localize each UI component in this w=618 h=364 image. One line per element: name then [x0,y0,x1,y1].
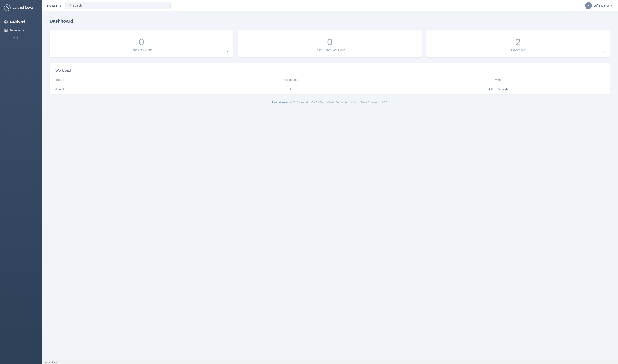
col-header-queue: QUEUE [50,77,195,84]
user-menu[interactable]: JK Jeff Kreitner ▾ [585,2,612,9]
sidebar-item-dashboard[interactable]: Dashboard [0,17,41,26]
workload-table: QUEUE PROCESSES WAIT default 2 A Few Sec… [50,76,610,95]
svg-rect-1 [5,29,6,30]
workload-section: Workload QUEUE PROCESSES WAIT default 2 … [50,64,610,95]
status-url: localhost/nova [44,361,58,363]
search-bar [65,2,171,9]
cell-wait: A Few Seconds [387,84,610,95]
logo-icon [4,4,11,11]
avatar: JK [585,2,592,9]
app-name: Laravel Nova [13,6,33,10]
search-input[interactable] [73,4,168,7]
sidebar-nav: Dashboard Resources Users [0,15,41,43]
metric-value-jobs: 0 [139,37,144,47]
workload-title: Workload [50,64,610,76]
statusbar: localhost/nova [41,360,618,364]
dashboard-label: Dashboard [10,20,25,23]
cell-queue: default [50,84,195,95]
svg-rect-4 [6,30,7,31]
svg-point-5 [68,4,71,6]
resources-icon [4,28,8,32]
metric-label-jobs: Jobs Past Hour [131,48,152,52]
chevron-down-icon: ▾ [611,4,612,7]
home-icon [4,20,8,24]
sidebar-item-users[interactable]: Users [0,34,41,41]
svg-rect-2 [6,29,7,30]
user-name: Jeff Kreitner [594,4,609,7]
metric-value-failed: 0 [327,37,332,47]
main: Nova Site JK Jeff Kreitner ▾ Dashboard 0… [41,0,618,364]
topbar: Nova Site JK Jeff Kreitner ▾ [41,0,618,11]
svg-rect-3 [5,30,6,31]
col-header-processes: PROCESSES [195,77,387,84]
metric-card-jobs-past-hour: 0 Jobs Past Hour ✓ [50,30,233,57]
metric-card-failed-jobs: 0 Failed Jobs Past Hour ✓ [238,30,421,57]
sidebar-logo[interactable]: Laravel Nova [0,0,41,15]
cell-processes: 2 [195,84,387,95]
resources-label: Resources [10,29,24,32]
footer-copyright: © 2018 Laravel LLC - By Taylor Otwell, D… [290,101,378,104]
footer-separator-2: · [379,101,380,104]
metric-label-failed: Failed Jobs Past Hour [315,48,345,52]
check-icon-failed: ✓ [414,50,417,54]
search-icon [68,4,71,8]
site-name: Nova Site [47,4,61,7]
footer: Laravel Nova · © 2018 Laravel LLC - By T… [50,95,610,106]
sidebar-item-resources[interactable]: Resources [0,26,41,34]
table-row: default 2 A Few Seconds [50,84,610,95]
footer-link[interactable]: Laravel Nova [272,101,288,104]
page-title: Dashboard [50,19,610,24]
metric-label-processes: Processes [511,48,525,52]
svg-line-6 [70,6,71,6]
metrics-row: 0 Jobs Past Hour ✓ 0 Failed Jobs Past Ho… [50,30,610,57]
content: Dashboard 0 Jobs Past Hour ✓ 0 Failed Jo… [41,11,618,360]
metric-value-processes: 2 [516,37,521,47]
workload-tbody: default 2 A Few Seconds [50,84,610,95]
footer-version: v1.0.5 [380,101,387,104]
check-icon-jobs: ✓ [226,50,229,54]
sidebar: Laravel Nova Dashboard Resources [0,0,41,364]
check-icon-processes: ✓ [603,50,605,54]
metric-card-processes: 2 Processes ✓ [426,30,610,57]
col-header-wait: WAIT [387,77,610,84]
users-label: Users [11,36,18,39]
